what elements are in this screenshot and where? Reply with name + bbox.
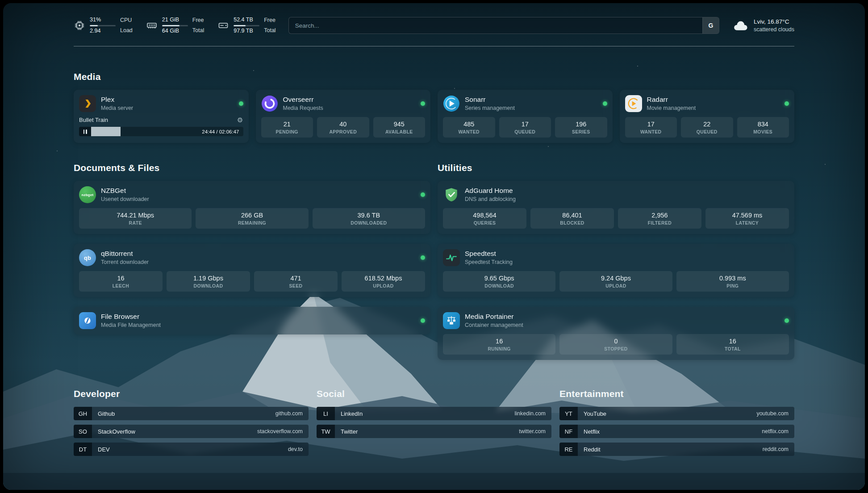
section-title-utilities: Utilities [438, 163, 794, 173]
search-bar: G [288, 17, 719, 34]
bookmarks-social: Social LI LinkedIn linkedin.com TW Twitt… [317, 389, 551, 443]
cpu-label-top: CPU [120, 17, 133, 24]
bookmark-url: netflix.com [762, 428, 789, 435]
stat-queued: 22QUEUED [681, 117, 733, 138]
radarr-icon [625, 95, 642, 112]
service-link-adguard[interactable]: AdGuard Home DNS and adblocking [443, 186, 789, 203]
service-desc: Torrent downloader [101, 259, 149, 266]
service-card-plex: Plex Media server Bullet Train ⚙ [74, 90, 249, 143]
pause-icon[interactable] [79, 127, 91, 136]
section-title-social: Social [317, 389, 551, 399]
service-desc: Speedtest Tracking [465, 259, 513, 266]
bookmark-abbr: NF [559, 425, 578, 438]
service-card-nzbget: nzbget NZBGet Usenet downloader 744.21 M… [74, 181, 430, 234]
media-section: Media Plex Media server [74, 71, 794, 143]
bookmark-stackoverflow[interactable]: SO StackOverflow stackoverflow.com [74, 425, 309, 438]
service-name: Speedtest [465, 250, 513, 258]
stat-latency: 47.569 msLATENCY [705, 208, 789, 229]
bookmark-twitter[interactable]: TW Twitter twitter.com [317, 425, 551, 438]
bookmark-name: Twitter [341, 428, 358, 435]
sonarr-icon [443, 95, 460, 112]
disk-icon [217, 20, 229, 31]
bookmark-name: YouTube [584, 410, 606, 417]
bookmark-name: LinkedIn [341, 410, 363, 417]
service-link-speedtest[interactable]: Speedtest Speedtest Tracking [443, 249, 789, 266]
bookmark-linkedin[interactable]: LI LinkedIn linkedin.com [317, 407, 551, 420]
service-name: File Browser [101, 313, 161, 321]
bookmark-reddit[interactable]: RE Reddit reddit.com [559, 443, 794, 456]
gear-icon[interactable]: ⚙ [237, 117, 243, 123]
bookmark-github[interactable]: GH Github github.com [74, 407, 309, 420]
bookmarks-entertainment: Entertainment YT YouTube youtube.com NF … [559, 389, 794, 460]
weather-condition: scattered clouds [754, 26, 794, 33]
status-indicator [785, 101, 789, 106]
status-indicator [785, 318, 789, 323]
bookmark-name: Reddit [584, 446, 601, 453]
cpu-load: 2.94 [90, 28, 116, 35]
section-title-developer: Developer [74, 389, 309, 399]
search-provider-button[interactable]: G [702, 17, 719, 33]
playback-time: 24:44 / 02:06:47 [202, 129, 239, 134]
qbittorrent-icon: qb [79, 249, 96, 266]
service-desc: DNS and adblocking [465, 196, 516, 203]
cpu-icon [74, 20, 85, 31]
now-playing-title: Bullet Train [79, 117, 108, 123]
bookmark-name: StackOverflow [98, 428, 135, 435]
bookmark-url: github.com [275, 410, 303, 417]
service-link-overseerr[interactable]: Overseerr Media Requests [261, 95, 426, 112]
filebrowser-icon [79, 312, 96, 329]
service-link-nzbget[interactable]: nzbget NZBGet Usenet downloader [79, 186, 425, 203]
stat-rate: 744.21 MbpsRATE [79, 208, 192, 229]
memory-bar [162, 25, 188, 26]
bookmark-url: youtube.com [756, 410, 789, 417]
stat-queries: 498,564QUERIES [443, 208, 526, 229]
service-link-sonarr[interactable]: Sonarr Series management [443, 95, 607, 112]
disk-bar [234, 25, 259, 26]
service-desc: Media File Management [101, 322, 161, 329]
service-card-qbittorrent: qb qBittorrent Torrent downloader 16LEEC… [74, 244, 430, 297]
service-name: Overseerr [283, 96, 323, 104]
stat-upload: 9.24 GbpsUPLOAD [559, 271, 672, 292]
stat-seed: 471SEED [254, 271, 338, 292]
stat-downloaded: 39.6 TBDOWNLOADED [313, 208, 425, 229]
service-name: AdGuard Home [465, 187, 516, 195]
stat-running: 16RUNNING [443, 334, 555, 355]
search-input[interactable] [289, 17, 702, 33]
service-card-radarr: Radarr Movie management 17WANTED 22QUEUE… [620, 90, 795, 143]
bookmark-youtube[interactable]: YT YouTube youtube.com [559, 407, 794, 420]
stat-total: 16TOTAL [676, 334, 789, 355]
service-link-plex[interactable]: Plex Media server [79, 95, 243, 112]
status-indicator [603, 101, 607, 106]
stat-series: 196SERIES [555, 117, 607, 138]
disk-label-bottom: Total [264, 27, 275, 34]
service-desc: Series management [465, 104, 515, 112]
stat-filtered: 2,956FILTERED [618, 208, 701, 229]
status-indicator [421, 192, 425, 197]
memory-icon [146, 20, 158, 31]
disk-total: 97.9 TB [234, 28, 259, 35]
bookmark-url: stackoverflow.com [257, 428, 303, 435]
weather-widget[interactable]: Lviv, 16.87°C scattered clouds [732, 18, 794, 33]
bookmark-netflix[interactable]: NF Netflix netflix.com [559, 425, 794, 438]
bookmark-name: DEV [98, 446, 110, 453]
service-name: NZBGet [101, 187, 149, 195]
status-indicator [421, 255, 425, 260]
memory-label-top: Free [192, 17, 204, 24]
bookmark-dev[interactable]: DT DEV dev.to [74, 443, 309, 456]
bookmark-url: reddit.com [763, 446, 789, 452]
cpu-label-bottom: Load [120, 27, 133, 34]
service-link-qbittorrent[interactable]: qb qBittorrent Torrent downloader [79, 249, 425, 266]
disk-widget: 52.4 TB 97.9 TB Free Total [217, 17, 275, 34]
playback-progress-bar[interactable]: 24:44 / 02:06:47 [79, 127, 243, 136]
service-link-filebrowser[interactable]: File Browser Media File Management [79, 312, 425, 329]
disk-free: 52.4 TB [234, 17, 259, 24]
nzbget-icon: nzbget [79, 186, 96, 203]
service-link-radarr[interactable]: Radarr Movie management [625, 95, 789, 112]
stat-leech: 16LEECH [79, 271, 163, 292]
section-title-entertainment: Entertainment [559, 389, 794, 399]
cloud-icon [732, 20, 749, 32]
bookmark-abbr: GH [74, 407, 92, 420]
service-link-portainer[interactable]: Media Portainer Container management [443, 312, 789, 329]
service-desc: Movie management [647, 104, 696, 112]
bookmarks-developer: Developer GH Github github.com SO StackO… [74, 389, 309, 460]
